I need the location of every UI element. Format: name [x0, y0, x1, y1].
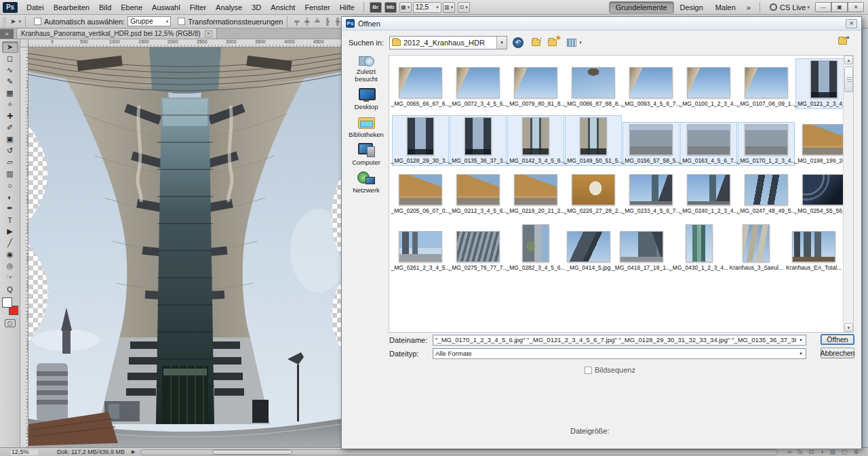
file-thumbnail[interactable] [629, 174, 673, 205]
layer-group-icon[interactable]: ▤ [829, 449, 835, 455]
align-vertical-centers-icon[interactable]: ╪ [302, 18, 312, 25]
align-left-edges-icon[interactable]: ╟ [322, 18, 332, 25]
dialog-close-button[interactable]: ✕ [846, 19, 857, 28]
layer-mask-icon[interactable]: ⊡ [808, 449, 814, 455]
new-layer-icon[interactable]: ▢ [842, 449, 848, 455]
filetype-dropdown[interactable]: Alle Formate ▾ [433, 348, 806, 359]
sidebar-item-desktop[interactable]: Desktop [345, 83, 387, 110]
zoom-tool[interactable]: Q [2, 283, 18, 295]
file-item[interactable]: _MG_0163_4_5_6_7... [680, 122, 737, 166]
arrange-documents-button[interactable]: ▥▾ [443, 2, 455, 13]
file-item[interactable]: _MG_0065_66_67_6... [392, 65, 449, 109]
zoom-level-field[interactable]: 12,5▾ [413, 2, 441, 13]
link-layers-icon[interactable]: ∞ [787, 449, 791, 455]
file-item[interactable]: _MG_0261_2_3_4_5... [392, 229, 449, 273]
restore-button[interactable]: ▣ [831, 2, 848, 12]
sidebar-item-zuletzt-besucht[interactable]: Zuletzt besucht [345, 55, 387, 83]
file-thumbnail[interactable] [567, 231, 610, 262]
adjustment-layer-icon[interactable]: ◑ [820, 449, 823, 455]
canvas-image[interactable] [28, 47, 341, 447]
minimize-button[interactable]: — [815, 2, 831, 12]
filename-input[interactable]: "_MG_0170_1_2_3_4_5_6.jpg" "_MG_0121_2_3… [433, 335, 806, 346]
gradient-tool[interactable]: ▥ [2, 168, 18, 180]
tool-preset-chevron-icon[interactable]: ▾ [18, 19, 21, 24]
pen-tool[interactable]: ✒ [2, 203, 18, 214]
file-thumbnail[interactable] [522, 117, 549, 155]
file-item[interactable]: _MG_0100_1_2_3_4... [680, 65, 737, 109]
file-item[interactable]: _MG_0086_87_88_8... [565, 65, 622, 109]
look-in-dropdown[interactable]: 2012_4_Kranhaus_HDR ▾ [389, 36, 507, 49]
file-item[interactable]: _MG_0219_20_21_2... [507, 172, 564, 216]
align-bottom-edges-icon[interactable]: ╧ [312, 18, 322, 25]
file-item[interactable]: _MG_0416_17_18_1... [613, 229, 670, 273]
menu-item[interactable]: Filter [185, 0, 211, 15]
panel-dock-edge[interactable] [862, 28, 868, 447]
document-canvas[interactable] [28, 47, 341, 447]
menu-item[interactable]: Datei [22, 0, 49, 15]
scroll-up-icon[interactable]: ▲ [844, 56, 853, 64]
workspace-button-grundelemente[interactable]: Grundelemente [609, 1, 674, 14]
file-thumbnail[interactable] [743, 224, 770, 262]
file-item[interactable]: _MG_0149_50_51_5... [565, 115, 622, 166]
file-thumbnail[interactable] [745, 124, 788, 155]
menu-item[interactable]: Analyse [211, 0, 247, 15]
file-item[interactable]: _MG_0414_5.jpg [565, 229, 612, 273]
file-thumbnail[interactable] [687, 67, 730, 98]
workspace-button-malen[interactable]: Malen [709, 2, 742, 13]
file-thumbnail[interactable] [802, 124, 846, 155]
file-item[interactable]: _MG_0240_1_2_3_4... [680, 172, 737, 216]
eraser-tool[interactable]: ▱ [2, 157, 18, 168]
file-thumbnail[interactable] [407, 117, 434, 155]
document-tab[interactable]: Kranhaus_Panorama_vertikal_HDR.psd bei 1… [16, 28, 217, 39]
image-sequence-checkbox[interactable] [585, 367, 592, 374]
scrollbar-thumb[interactable] [844, 66, 853, 92]
file-thumbnail[interactable] [802, 174, 846, 205]
workspace-button-design[interactable]: Design [674, 2, 709, 13]
file-item[interactable]: _MG_0170_1_2_3_4... [738, 122, 795, 166]
close-button[interactable]: ✕ [848, 2, 864, 12]
foreground-color-swatch[interactable] [2, 297, 12, 308]
file-thumbnail[interactable] [580, 117, 607, 155]
align-top-edges-icon[interactable]: ╤ [292, 18, 302, 25]
auto-select-checkbox[interactable] [34, 18, 41, 25]
eyedropper-tool[interactable]: ✧ [2, 99, 18, 110]
close-document-icon[interactable]: ✕ [205, 30, 213, 37]
path-selection-tool[interactable]: ▶ [2, 226, 18, 237]
menu-item[interactable]: Auswahl [147, 0, 185, 15]
auto-select-mode-dropdown[interactable]: Gruppe▾ [127, 16, 171, 26]
file-item[interactable]: _MG_0212_3_4_5_6... [450, 172, 507, 216]
view-extras-button[interactable]: ▦▾ [399, 2, 412, 13]
file-item[interactable]: _MG_0430_1_2_3_4... [671, 222, 728, 273]
file-item[interactable]: _MG_0135_36_37_3... [450, 115, 507, 166]
scrollbar-thumb[interactable] [212, 450, 292, 455]
horizontal-scrollbar[interactable] [140, 449, 778, 455]
lasso-tool[interactable]: ∿ [2, 64, 18, 76]
file-thumbnail[interactable] [745, 174, 788, 205]
file-thumbnail[interactable] [572, 174, 615, 205]
file-thumbnail[interactable] [456, 174, 500, 205]
favorites-folder-button[interactable]: ➜ [837, 35, 850, 47]
file-thumbnail[interactable] [456, 231, 500, 262]
spot-healing-brush-tool[interactable]: ✚ [2, 110, 18, 122]
quick-mask-button[interactable] [5, 319, 16, 327]
rectangular-marquee-tool[interactable]: ◻ [2, 53, 18, 64]
file-item[interactable]: _MG_0282_3_4_5_6... [507, 222, 564, 273]
file-thumbnail[interactable] [687, 124, 730, 155]
file-thumbnail[interactable] [456, 67, 500, 98]
blur-tool[interactable]: ○ [2, 180, 18, 191]
file-thumbnail[interactable] [629, 124, 673, 155]
back-button[interactable]: ↶ [511, 37, 525, 49]
file-item[interactable]: _MG_0093_4_5_6_7... [623, 65, 679, 109]
menu-item[interactable]: Ansicht [266, 0, 300, 15]
color-swatches[interactable] [2, 297, 18, 315]
cancel-button[interactable]: Abbrechen [821, 348, 854, 358]
layer-effects-icon[interactable]: fx [797, 449, 802, 455]
file-item[interactable]: _MG_0107_08_09_1... [738, 65, 795, 109]
sidebar-item-bibliotheken[interactable]: Bibliotheken [345, 110, 387, 138]
file-thumbnail[interactable] [514, 67, 557, 98]
clone-stamp-tool[interactable]: ▣ [2, 133, 18, 145]
up-one-level-button[interactable]: ↑ [529, 37, 542, 49]
menu-item[interactable]: 3D [247, 0, 266, 15]
sidebar-item-netzwerk[interactable]: Netzwerk [345, 166, 387, 194]
file-thumbnail[interactable] [522, 224, 549, 262]
